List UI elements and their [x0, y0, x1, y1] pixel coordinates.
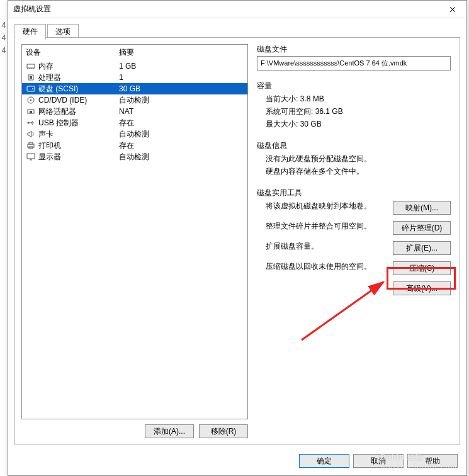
disk-info-title: 磁盘信息 — [257, 140, 451, 151]
disk-info-line2: 硬盘内容存储在多个文件中。 — [266, 165, 451, 178]
disk-info-section: 磁盘信息 没有为此硬盘预分配磁盘空间。 硬盘内容存储在多个文件中。 — [257, 140, 451, 178]
device-row-display[interactable]: 显示器自动检测 — [22, 151, 247, 162]
device-summary: 30 GB — [119, 84, 244, 93]
svg-point-8 — [32, 88, 33, 89]
disk-info-line1: 没有为此硬盘预分配磁盘空间。 — [266, 152, 451, 165]
capacity-title: 容量 — [257, 81, 451, 91]
header-device: 设备 — [26, 47, 119, 58]
device-summary: 1 — [119, 73, 244, 82]
device-list-header: 设备 摘要 — [22, 45, 247, 60]
device-row-disk[interactable]: 硬盘 (SCSI)30 GB — [22, 83, 247, 94]
window-title: 虚拟机设置 — [13, 4, 51, 14]
current-size: 当前大小: 3.8 MB — [266, 93, 451, 105]
svg-rect-12 — [30, 111, 32, 113]
device-summary: 存在 — [119, 118, 244, 128]
svg-rect-0 — [27, 64, 35, 68]
device-name: 网络适配器 — [38, 106, 119, 117]
free-space: 系统可用空间: 36.1 GB — [266, 105, 451, 118]
tab-hardware[interactable]: 硬件 — [14, 24, 46, 40]
device-name: 打印机 — [38, 140, 119, 151]
cancel-button[interactable]: 取消 — [353, 454, 404, 468]
disk-file-path[interactable]: F:\VMware\ssssssssssss\CentOS 7 64 位.vmd… — [257, 56, 451, 71]
device-buttons: 添加(A)... 移除(R) — [21, 424, 248, 438]
printer-icon — [26, 141, 36, 150]
right-column: 磁盘文件 F:\VMware\ssssssssssss\CentOS 7 64 … — [254, 44, 453, 438]
defrag-button[interactable]: 碎片整理(D) — [393, 221, 451, 235]
device-row-sound[interactable]: 声卡自动检测 — [22, 128, 247, 140]
svg-rect-18 — [29, 142, 33, 144]
external-gutter: 444 — [0, 0, 8, 476]
device-summary: 存在 — [119, 140, 244, 151]
left-column: 设备 摘要 内存1 GB处理器1硬盘 (SCSI)30 GBCD/DVD (ID… — [21, 44, 248, 438]
disk-util-title: 磁盘实用工具 — [257, 188, 451, 198]
device-summary: 自动检测 — [119, 152, 244, 162]
device-row-usb[interactable]: USB 控制器存在 — [22, 117, 247, 128]
memory-icon — [26, 62, 36, 71]
device-row-net[interactable]: 网络适配器NAT — [22, 106, 247, 117]
svg-point-10 — [30, 99, 31, 101]
disk-file-title: 磁盘文件 — [257, 44, 451, 55]
device-name: 处理器 — [38, 72, 119, 83]
hardware-panel: 设备 摘要 内存1 GB处理器1硬盘 (SCSI)30 GBCD/DVD (ID… — [14, 37, 460, 445]
compact-button[interactable]: 压缩(C) — [393, 261, 451, 275]
util-compact-desc: 压缩磁盘以回收未使用的空间。 — [257, 261, 393, 272]
remove-device-button[interactable]: 移除(R) — [199, 424, 248, 438]
device-name: USB 控制器 — [38, 118, 119, 128]
usb-icon — [26, 118, 36, 127]
device-list: 设备 摘要 内存1 GB处理器1硬盘 (SCSI)30 GBCD/DVD (ID… — [21, 44, 248, 419]
header-summary: 摘要 — [119, 47, 244, 58]
advanced-button[interactable]: 高级(V)... — [393, 281, 451, 295]
device-summary: NAT — [119, 107, 244, 116]
util-map-desc: 将该虚拟机磁盘映射到本地卷。 — [257, 201, 393, 212]
disk-util-section: 磁盘实用工具 将该虚拟机磁盘映射到本地卷。 映射(M)... 整理文件碎片并整合… — [257, 188, 451, 295]
util-defrag-desc: 整理文件碎片并整合可用空间。 — [257, 221, 393, 232]
expand-button[interactable]: 扩展(E)... — [393, 241, 451, 255]
svg-rect-20 — [27, 154, 35, 159]
device-summary: 1 GB — [119, 62, 244, 71]
add-device-button[interactable]: 添加(A)... — [145, 424, 194, 438]
sound-icon — [26, 130, 36, 139]
close-button[interactable] — [439, 1, 466, 18]
svg-rect-6 — [30, 76, 32, 79]
device-name: 硬盘 (SCSI) — [38, 84, 119, 94]
cpu-icon — [26, 73, 36, 82]
device-row-cd[interactable]: CD/DVD (IDE)自动检测 — [22, 94, 247, 106]
util-expand-desc: 扩展磁盘容量。 — [257, 241, 393, 252]
capacity-section: 容量 当前大小: 3.8 MB 系统可用空间: 36.1 GB 最大大小: 30… — [257, 81, 451, 130]
titlebar: 虚拟机设置 — [8, 1, 466, 18]
device-summary: 自动检测 — [119, 129, 244, 140]
dialog-footer: 确定 取消 帮助 — [8, 446, 466, 475]
display-icon — [26, 152, 36, 161]
device-name: 声卡 — [38, 129, 119, 140]
settings-dialog: 虚拟机设置 硬件 选项 设备 摘要 内存1 GB处理器1硬盘 (SCSI)30 … — [8, 0, 467, 476]
device-list-body: 内存1 GB处理器1硬盘 (SCSI)30 GBCD/DVD (IDE)自动检测… — [22, 60, 247, 419]
help-button[interactable]: 帮助 — [407, 454, 458, 468]
disk-icon — [26, 84, 36, 93]
tabstrip: 硬件 选项 — [14, 24, 460, 38]
close-icon — [449, 6, 456, 13]
device-row-printer[interactable]: 打印机存在 — [22, 140, 247, 151]
device-row-cpu[interactable]: 处理器1 — [22, 72, 247, 83]
svg-rect-7 — [27, 86, 35, 91]
ok-button[interactable]: 确定 — [299, 454, 349, 468]
device-summary: 自动检测 — [119, 95, 244, 106]
cd-icon — [26, 96, 36, 105]
device-name: CD/DVD (IDE) — [38, 96, 119, 105]
device-row-memory[interactable]: 内存1 GB — [22, 60, 247, 72]
device-name: 内存 — [38, 61, 119, 72]
max-size: 最大大小: 30 GB — [266, 118, 451, 130]
map-button[interactable]: 映射(M)... — [393, 201, 451, 215]
disk-file-section: 磁盘文件 F:\VMware\ssssssssssss\CentOS 7 64 … — [257, 44, 451, 71]
net-icon — [26, 107, 36, 116]
device-name: 显示器 — [38, 152, 119, 162]
content-area: 硬件 选项 设备 摘要 内存1 GB处理器1硬盘 (SCSI)30 GBCD/D… — [8, 18, 466, 475]
